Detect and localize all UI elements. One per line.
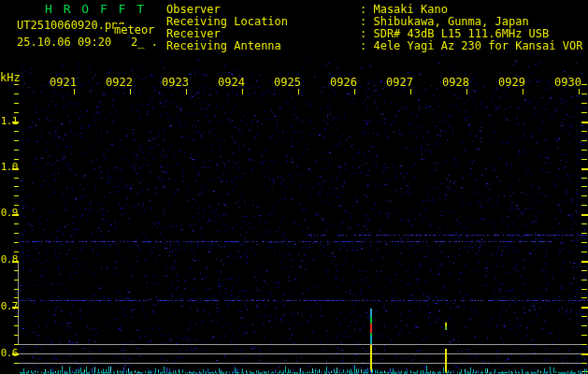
time-tick-label: 0929 — [495, 77, 525, 89]
freq-tick-label: 0.7 — [0, 300, 18, 312]
output-filename: UT2510060920.png — [17, 20, 125, 32]
hrofft-window: H R O F F T UT2510060920.png meteor 25.1… — [0, 0, 588, 374]
time-tick-label: 0924 — [214, 77, 245, 89]
freq-tick-label: 0.8 — [0, 253, 18, 266]
info-value: : 4ele Yagi Az 230 for Kansai VOR — [360, 40, 582, 52]
time-tick-label: 0922 — [102, 77, 133, 89]
time-tick-label: 0923 — [158, 77, 189, 89]
spectrogram-canvas — [0, 0, 588, 374]
info-label: Receiving Antenna — [166, 40, 281, 52]
freq-tick-label: 1.1 — [0, 115, 18, 127]
time-tick-label: 0927 — [382, 77, 413, 89]
app-title: H R O F F T — [45, 3, 146, 15]
datetime-label: 25.10.06 09:20 — [17, 36, 111, 49]
freq-axis-unit: kHz — [0, 72, 21, 84]
echo-counter: 2_ . — [131, 36, 158, 49]
time-tick-label: 0925 — [270, 77, 301, 89]
freq-tick-label: 0.9 — [0, 207, 18, 219]
time-tick-label: 0926 — [326, 77, 357, 89]
time-tick-label: 0930 — [551, 77, 581, 89]
freq-tick-label: 1.0 — [0, 161, 18, 173]
time-tick-label: 0921 — [46, 77, 77, 89]
freq-tick-label: 0.6 — [0, 347, 18, 359]
time-tick-label: 0928 — [438, 77, 469, 89]
